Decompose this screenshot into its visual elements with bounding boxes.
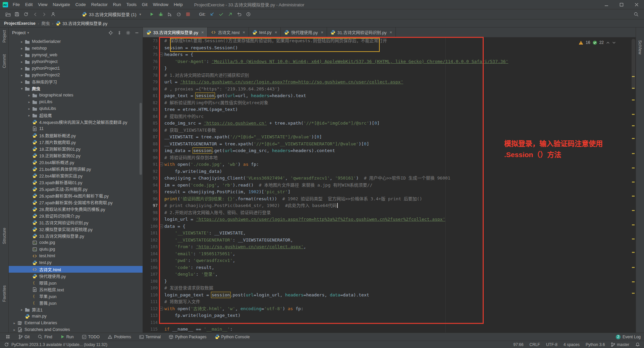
status-97-66[interactable]: 97:66 [514, 342, 524, 347]
chevron-right-icon[interactable]: ▸ [12, 328, 17, 332]
toolwindow-problems[interactable]: Problems [108, 335, 131, 339]
tree-item[interactable]: { }蔷薇.json [9, 299, 143, 306]
code-line[interactable]: 'email': '19505175051', [164, 251, 631, 258]
code-line[interactable]: login_page_text = session.post(url=login… [164, 292, 631, 299]
code-line[interactable]: # , proxies ={"https": '219.139.64.205:4… [164, 86, 631, 93]
chevron-right-icon[interactable]: ▸ [19, 80, 24, 84]
code-line[interactable]: 'denglu': '登录', [164, 271, 631, 278]
minimize-button[interactable] [599, 0, 614, 9]
collapse-all-button[interactable] [117, 30, 122, 35]
close-icon[interactable]: × [201, 30, 204, 35]
chevron-right-icon[interactable]: ▸ [19, 73, 24, 77]
push-button[interactable] [226, 10, 235, 18]
code-line[interactable]: 'code': result, [164, 264, 631, 271]
code-line[interactable]: tree = etree.HTML(page_text) [164, 106, 631, 113]
sync-button[interactable] [21, 10, 31, 18]
code-line[interactable]: # print chaojiying.PostPic(base64_str, 1… [164, 202, 631, 209]
back-button[interactable] [31, 10, 40, 18]
close-icon[interactable]: × [243, 30, 245, 35]
code-line[interactable]: if __name__ == '__main__': [164, 326, 631, 333]
tree-item[interactable]: test.py [9, 259, 143, 266]
event-log-button[interactable]: 2Event Log [616, 335, 641, 339]
tree-item[interactable]: 33.古诗文网模拟登录.py [9, 232, 143, 239]
chevron-right-icon[interactable]: ▸ [19, 40, 24, 44]
tree-item[interactable]: 苏州租房.text [9, 286, 143, 293]
menu-navigate[interactable]: Navigate [50, 0, 72, 9]
save-all-button[interactable] [12, 10, 21, 18]
code-line[interactable]: # 发送登录请求获取数据 [164, 285, 631, 292]
menu-view[interactable]: View [35, 0, 50, 9]
chevron-right-icon[interactable]: ▸ [19, 308, 24, 311]
code-line[interactable]: chaojiying = Chaojiying_Client('VLess369… [164, 175, 631, 182]
toolwindow-git[interactable]: Git [18, 335, 30, 339]
code-line[interactable]: page_text = session.get(url=url, headers… [164, 92, 631, 99]
menu-git[interactable]: Git [139, 0, 150, 9]
menu-help[interactable]: Help [171, 0, 185, 9]
hide-panel-button[interactable] [135, 30, 139, 35]
tree-item[interactable]: main.py [9, 313, 143, 320]
tool-window-switcher-button[interactable] [3, 333, 12, 341]
status-crlf[interactable]: CRLF [530, 342, 540, 347]
close-icon[interactable]: × [275, 30, 277, 35]
chevron-right-icon[interactable]: ▸ [27, 107, 32, 111]
code-line[interactable]: url = 'https://so.gushiwen.cn/user/login… [164, 79, 631, 86]
tree-item[interactable]: ▸pythonProject1 [9, 65, 143, 72]
close-icon[interactable]: × [390, 30, 392, 35]
menu-window[interactable]: Window [150, 0, 171, 9]
fold-marker[interactable]: − [159, 224, 163, 228]
status-4-spaces[interactable]: 4 spaces [564, 342, 580, 347]
toolwindow-python-packages[interactable]: Python Packages [169, 335, 206, 339]
tree-item[interactable]: 22.bs4解析案例实战.py [9, 172, 143, 179]
stop-button[interactable] [183, 10, 193, 18]
close-icon[interactable]: × [321, 30, 323, 35]
tree-item[interactable]: ▸biographical notes [9, 92, 143, 98]
code-line[interactable]: fp.write(login_page_text) [164, 312, 631, 319]
rollback-button[interactable] [235, 10, 244, 18]
status-utf-8[interactable]: UTF-8 [546, 342, 557, 347]
tree-item[interactable]: ▸ModelSerializer [9, 38, 143, 45]
editor-tab[interactable]: test.py× [249, 27, 281, 37]
code-line[interactable]: im = open('code.jpg', 'rb').read() # 本地图… [164, 182, 631, 189]
tool-stripe-favorites[interactable]: Favorites [0, 285, 8, 302]
tree-item[interactable]: qiutu.jpg [9, 246, 143, 253]
chevron-right-icon[interactable]: ▸ [27, 100, 32, 104]
chevron-right-icon[interactable]: ▸ [19, 47, 24, 50]
commit-button[interactable] [217, 10, 226, 18]
tree-item[interactable]: ▸pythonProject [9, 58, 143, 65]
code-line[interactable]: '__VIEWSTATEGENERATOR': __VIEWSTATEGENER… [164, 237, 631, 244]
toolwindow-todo[interactable]: TODO [82, 335, 100, 339]
fold-marker[interactable]: − [159, 53, 163, 56]
menu-run[interactable]: Run [110, 0, 124, 9]
tree-item[interactable]: 古诗文.html [9, 266, 143, 273]
tree-item[interactable]: ▸超级鹰 [9, 112, 143, 119]
code-line[interactable]: # 将数据写入文件 [164, 298, 631, 305]
tree-item[interactable]: 20.bs4解析概述.py [9, 159, 143, 165]
chevron-right-icon[interactable]: ▸ [12, 321, 17, 325]
code-line[interactable]: with open('./code.jpg', 'wb') as fp: [164, 161, 631, 168]
breadcrumb-item[interactable]: ProjectExercise [3, 21, 36, 26]
menu-code[interactable]: Code [73, 0, 89, 9]
project-scrollbar[interactable] [140, 103, 142, 175]
tree-item[interactable]: 18.正则解析案例01.py [9, 145, 143, 152]
settings-sync-button[interactable] [49, 10, 58, 18]
tree-item[interactable]: ▸External Libraries [9, 320, 143, 326]
tree-item[interactable]: code.jpg [9, 239, 143, 246]
code-line[interactable]: fp.write(img_data) [164, 168, 631, 175]
tree-item[interactable]: ▸算法1 [9, 306, 143, 313]
code-line[interactable]: '__VIEWSTATE': __VIEWSTATE, [164, 230, 631, 237]
chevron-down-icon[interactable]: ▾ [19, 87, 24, 90]
tree-item[interactable]: ▾爬虫 [9, 85, 143, 92]
run-button[interactable] [147, 10, 156, 18]
status-python-3-6[interactable]: Python 3.6 [586, 342, 605, 347]
code-plane[interactable]: # 保存成html要用.Session()方法来存储图片验证码，如果用reque… [164, 38, 631, 333]
tree-item[interactable]: 27.xpath解析案例-全国城市名称爬取.py [9, 199, 143, 206]
tree-item[interactable]: 25.xpath实战-苏州租房.py [9, 186, 143, 192]
tree-item[interactable]: 16.数据解析概述.py [9, 132, 143, 139]
code-line[interactable]: } [164, 65, 631, 72]
editor-tab[interactable]: 33.古诗文网模拟登录.py× [143, 27, 208, 37]
code-line[interactable]: } [164, 278, 631, 285]
fold-marker[interactable]: − [159, 162, 163, 166]
tree-item[interactable]: ▸picLibs [9, 98, 143, 105]
maximize-button[interactable] [614, 0, 629, 9]
tree-item[interactable]: ▸pymysql_web [9, 52, 143, 58]
